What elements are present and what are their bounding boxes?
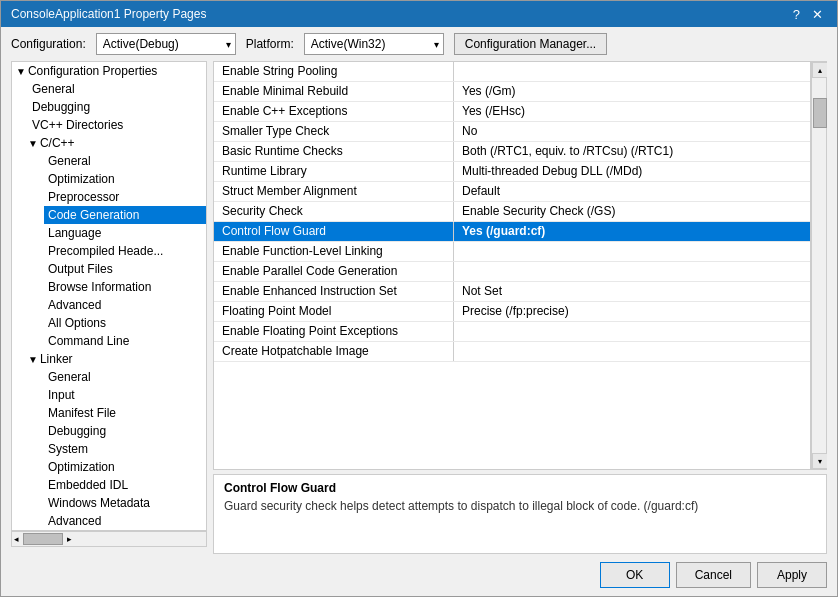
prop-name-cell: Floating Point Model [214, 302, 454, 321]
main-content: ▼ Configuration Properties General Debug… [1, 61, 837, 554]
sidebar-item-cpp-browse[interactable]: Browse Information [44, 278, 206, 296]
prop-name-cell: Enable Parallel Code Generation [214, 262, 454, 281]
table-row[interactable]: Enable Minimal RebuildYes (/Gm) [214, 82, 810, 102]
bottom-buttons: OK Cancel Apply [1, 554, 837, 596]
config-select[interactable]: Active(Debug) [96, 33, 236, 55]
prop-name-cell: Enable Function-Level Linking [214, 242, 454, 261]
sidebar-item-linker-embedded-idl[interactable]: Embedded IDL [44, 476, 206, 494]
sidebar-item-cpp-general[interactable]: General [44, 152, 206, 170]
dialog-title: ConsoleApplication1 Property Pages [11, 7, 206, 21]
prop-value-cell: Not Set [454, 282, 810, 301]
sidebar-item-debugging-top[interactable]: Debugging [28, 98, 206, 116]
sidebar-item-linker-input[interactable]: Input [44, 386, 206, 404]
sidebar-item-linker-general[interactable]: General [44, 368, 206, 386]
sidebar-item-cpp-root[interactable]: ▼ C/C++ [28, 134, 206, 152]
prop-value-cell: Yes (/EHsc) [454, 102, 810, 121]
table-row[interactable]: Enable C++ ExceptionsYes (/EHsc) [214, 102, 810, 122]
props-table: Enable String PoolingEnable Minimal Rebu… [213, 61, 811, 470]
info-panel: Control Flow Guard Guard security check … [213, 474, 827, 554]
sidebar-item-linker-windows-metadata[interactable]: Windows Metadata [44, 494, 206, 512]
table-row[interactable]: Enable String Pooling [214, 62, 810, 82]
prop-value-cell [454, 262, 810, 281]
prop-value-cell: Both (/RTC1, equiv. to /RTCsu) (/RTC1) [454, 142, 810, 161]
tree-root-config[interactable]: ▼ Configuration Properties [12, 62, 206, 80]
platform-select-wrapper: Active(Win32) [304, 33, 444, 55]
sidebar-item-linker-debugging[interactable]: Debugging [44, 422, 206, 440]
title-bar: ConsoleApplication1 Property Pages ? ✕ [1, 1, 837, 27]
prop-name-cell: Control Flow Guard [214, 222, 454, 241]
sidebar-item-linker-optimization[interactable]: Optimization [44, 458, 206, 476]
left-panel: ▼ Configuration Properties General Debug… [11, 61, 207, 531]
props-with-scroll: Enable String PoolingEnable Minimal Rebu… [213, 61, 827, 470]
sidebar-item-general-top[interactable]: General [28, 80, 206, 98]
platform-select[interactable]: Active(Win32) [304, 33, 444, 55]
prop-value-cell: Default [454, 182, 810, 201]
prop-name-cell: Enable Enhanced Instruction Set [214, 282, 454, 301]
hscroll-right-arrow[interactable]: ▸ [65, 534, 74, 544]
table-row[interactable]: Enable Enhanced Instruction SetNot Set [214, 282, 810, 302]
config-row: Configuration: Active(Debug) Platform: A… [1, 27, 837, 61]
vscroll-up-arrow[interactable]: ▴ [812, 62, 827, 78]
prop-name-cell: Create Hotpatchable Image [214, 342, 454, 361]
sidebar-item-cpp-language[interactable]: Language [44, 224, 206, 242]
prop-name-cell: Enable Floating Point Exceptions [214, 322, 454, 341]
title-bar-buttons: ? ✕ [789, 8, 827, 21]
sidebar-label-linker: Linker [40, 352, 73, 366]
prop-value-cell: Multi-threaded Debug DLL (/MDd) [454, 162, 810, 181]
sidebar-item-cpp-all-options[interactable]: All Options [44, 314, 206, 332]
table-row[interactable]: Struct Member AlignmentDefault [214, 182, 810, 202]
table-row[interactable]: Basic Runtime ChecksBoth (/RTC1, equiv. … [214, 142, 810, 162]
table-row[interactable]: Smaller Type CheckNo [214, 122, 810, 142]
sidebar-item-cpp-code-generation[interactable]: Code Generation [44, 206, 206, 224]
sidebar-item-cpp-optimization[interactable]: Optimization [44, 170, 206, 188]
sidebar-item-linker-system[interactable]: System [44, 440, 206, 458]
prop-value-cell: No [454, 122, 810, 141]
expand-arrow-cpp: ▼ [28, 138, 38, 149]
expand-arrow-linker: ▼ [28, 354, 38, 365]
prop-name-cell: Security Check [214, 202, 454, 221]
sidebar-item-linker-advanced[interactable]: Advanced [44, 512, 206, 530]
right-panel: Enable String PoolingEnable Minimal Rebu… [213, 61, 827, 554]
close-button[interactable]: ✕ [808, 8, 827, 21]
sidebar-item-cpp-precompiled[interactable]: Precompiled Heade... [44, 242, 206, 260]
sidebar-item-cpp-advanced[interactable]: Advanced [44, 296, 206, 314]
ok-button[interactable]: OK [600, 562, 670, 588]
prop-value-cell [454, 62, 810, 81]
prop-value-cell: Yes (/guard:cf) [454, 222, 810, 241]
info-text: Guard security check helps detect attemp… [224, 499, 816, 513]
prop-value-cell: Enable Security Check (/GS) [454, 202, 810, 221]
table-row[interactable]: Create Hotpatchable Image [214, 342, 810, 362]
config-select-wrapper: Active(Debug) [96, 33, 236, 55]
left-hscroll[interactable]: ◂ ▸ [11, 531, 207, 547]
table-row[interactable]: Control Flow GuardYes (/guard:cf) [214, 222, 810, 242]
sidebar-item-vc-directories[interactable]: VC++ Directories [28, 116, 206, 134]
vscroll-thumb[interactable] [813, 98, 827, 128]
table-row[interactable]: Floating Point ModelPrecise (/fp:precise… [214, 302, 810, 322]
left-panel-container: ▼ Configuration Properties General Debug… [11, 61, 207, 554]
sidebar-item-cpp-preprocessor[interactable]: Preprocessor [44, 188, 206, 206]
sidebar-item-linker-root[interactable]: ▼ Linker [28, 350, 206, 368]
tree-label-config: Configuration Properties [28, 64, 157, 78]
config-manager-button[interactable]: Configuration Manager... [454, 33, 607, 55]
prop-name-cell: Struct Member Alignment [214, 182, 454, 201]
platform-label: Platform: [246, 37, 294, 51]
apply-button[interactable]: Apply [757, 562, 827, 588]
sidebar-item-cpp-output[interactable]: Output Files [44, 260, 206, 278]
table-row[interactable]: Enable Parallel Code Generation [214, 262, 810, 282]
sidebar-item-cpp-command-line[interactable]: Command Line [44, 332, 206, 350]
help-button[interactable]: ? [789, 8, 804, 21]
cancel-button[interactable]: Cancel [676, 562, 751, 588]
hscroll-thumb[interactable] [23, 533, 63, 545]
table-row[interactable]: Enable Floating Point Exceptions [214, 322, 810, 342]
vscroll-down-arrow[interactable]: ▾ [812, 453, 827, 469]
tree-children-config: General Debugging VC++ Directories ▼ C/C… [12, 80, 206, 530]
sidebar-item-linker-manifest[interactable]: Manifest File [44, 404, 206, 422]
right-vscroll[interactable]: ▴ ▾ [811, 61, 827, 470]
table-row[interactable]: Security CheckEnable Security Check (/GS… [214, 202, 810, 222]
prop-name-cell: Enable Minimal Rebuild [214, 82, 454, 101]
expand-arrow-config: ▼ [16, 66, 26, 77]
table-row[interactable]: Runtime LibraryMulti-threaded Debug DLL … [214, 162, 810, 182]
prop-name-cell: Runtime Library [214, 162, 454, 181]
hscroll-left-arrow[interactable]: ◂ [12, 534, 21, 544]
table-row[interactable]: Enable Function-Level Linking [214, 242, 810, 262]
